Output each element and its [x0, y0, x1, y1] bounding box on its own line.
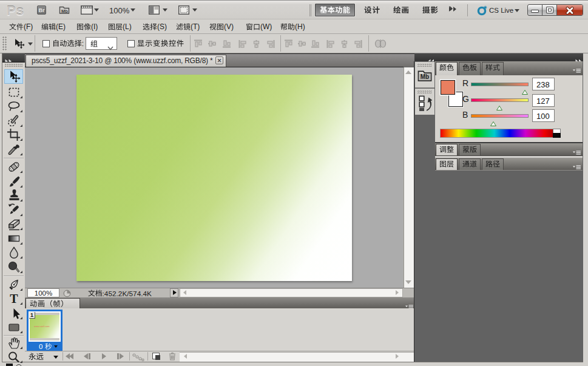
svg-text:Mb: Mb	[61, 8, 68, 14]
svg-text:T: T	[10, 292, 18, 305]
svg-text:Mb: Mb	[421, 73, 429, 80]
